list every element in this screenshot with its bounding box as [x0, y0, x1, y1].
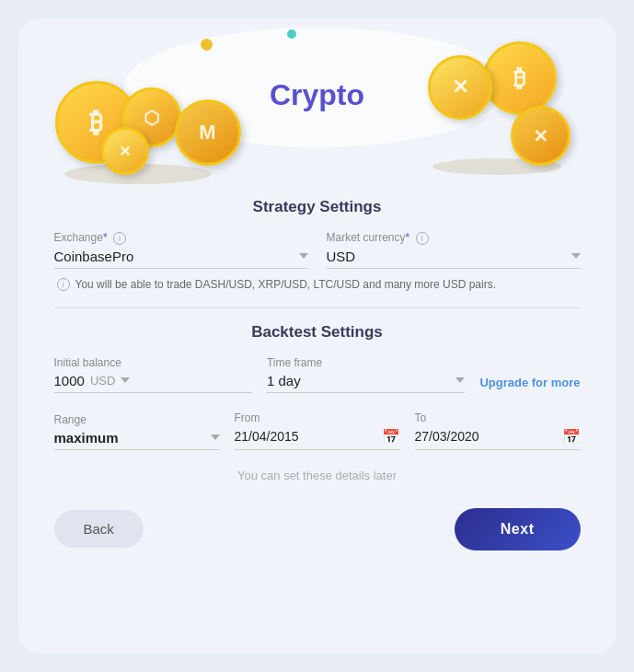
exchange-select[interactable]: CoinbasePro — [54, 249, 308, 269]
to-calendar-icon[interactable]: 📅 — [562, 428, 581, 446]
strategy-info-text: You will be able to trade DASH/USD, XRP/… — [75, 278, 497, 291]
market-currency-chevron-icon[interactable] — [571, 253, 581, 259]
market-currency-label: Market currency* i — [327, 231, 581, 245]
exchange-label: Exchange* i — [54, 231, 308, 245]
exchange-info-icon[interactable]: i — [113, 232, 126, 245]
initial-balance-value: 1000 — [54, 373, 85, 388]
coins-right-group: ₿ ✕ ✕ — [423, 37, 584, 175]
from-date-value: 21/04/2015 — [235, 429, 376, 444]
dot-teal — [287, 29, 296, 39]
timeframe-chevron-icon[interactable] — [455, 377, 465, 383]
button-row: Back Next — [54, 508, 581, 550]
exchange-chevron-icon[interactable] — [299, 253, 308, 259]
initial-balance-input[interactable]: 1000 USD — [54, 373, 252, 393]
coin-monero: M — [175, 99, 241, 166]
to-label: To — [415, 411, 581, 424]
to-group: To 27/03/2020 📅 — [415, 411, 581, 450]
exchange-group: Exchange* i CoinbasePro — [54, 231, 308, 269]
range-group: Range maximum — [54, 413, 220, 450]
from-calendar-icon[interactable]: 📅 — [382, 428, 400, 446]
to-date-wrapper[interactable]: 27/03/2020 📅 — [415, 428, 581, 450]
note-text: You can set these details later — [54, 469, 581, 482]
strategy-form-row: Exchange* i CoinbasePro Market currency*… — [54, 231, 581, 269]
range-label: Range — [54, 413, 220, 426]
market-currency-select[interactable]: USD — [327, 249, 581, 269]
initial-balance-label: Initial balance — [54, 356, 252, 369]
initial-balance-unit: USD — [90, 374, 115, 388]
initial-balance-group: Initial balance 1000 USD — [54, 356, 252, 393]
market-currency-value: USD — [327, 249, 571, 264]
coin-ripple-left: ✕ — [101, 127, 149, 175]
timeframe-group: Time frame 1 day — [267, 356, 465, 393]
exchange-value: CoinbasePro — [54, 249, 299, 264]
timeframe-value: 1 day — [267, 373, 455, 388]
next-button[interactable]: Next — [455, 508, 581, 550]
range-select[interactable]: maximum — [54, 430, 220, 450]
coin-bitcoin-right: ₿ — [483, 41, 557, 115]
strategy-settings-section: Strategy Settings Exchange* i CoinbasePr… — [54, 198, 581, 306]
strategy-section-title: Strategy Settings — [54, 198, 581, 216]
strategy-info-icon: i — [57, 278, 70, 291]
market-currency-group: Market currency* i USD — [327, 231, 581, 269]
upgrade-link[interactable]: Upgrade for more — [479, 376, 580, 393]
timeframe-label: Time frame — [267, 356, 465, 369]
backtest-settings-section: Backtest Settings Initial balance 1000 U… — [54, 323, 581, 501]
backtest-row2: Range maximum From 21/04/2015 📅 To 27/03… — [54, 411, 581, 450]
backtest-row1: Initial balance 1000 USD Time frame 1 da… — [54, 356, 581, 393]
from-date-wrapper[interactable]: 21/04/2015 📅 — [235, 428, 400, 450]
initial-balance-chevron-icon[interactable] — [121, 377, 130, 383]
coin-ripple-right2: ✕ — [511, 106, 571, 166]
divider — [54, 307, 581, 308]
market-currency-info-icon[interactable]: i — [416, 232, 429, 245]
main-card: Crypto ₿ ⬡ M ✕ ₿ ✕ ✕ Strategy Setti — [18, 18, 617, 654]
from-label: From — [235, 411, 400, 424]
hero-title: Crypto — [270, 78, 364, 112]
backtest-section-title: Backtest Settings — [54, 323, 581, 342]
timeframe-select[interactable]: 1 day — [267, 373, 465, 393]
range-chevron-icon[interactable] — [211, 434, 220, 440]
to-date-value: 27/03/2020 — [415, 429, 557, 444]
coin-ripple-right1: ✕ — [428, 55, 492, 120]
from-group: From 21/04/2015 📅 — [235, 411, 400, 450]
coins-left-group: ₿ ⬡ M ✕ — [55, 41, 258, 184]
hero-section: Crypto ₿ ⬡ M ✕ ₿ ✕ ✕ — [18, 18, 617, 198]
range-value: maximum — [54, 430, 211, 446]
strategy-info-row: i You will be able to trade DASH/USD, XR… — [54, 278, 581, 291]
back-button[interactable]: Back — [54, 510, 144, 548]
